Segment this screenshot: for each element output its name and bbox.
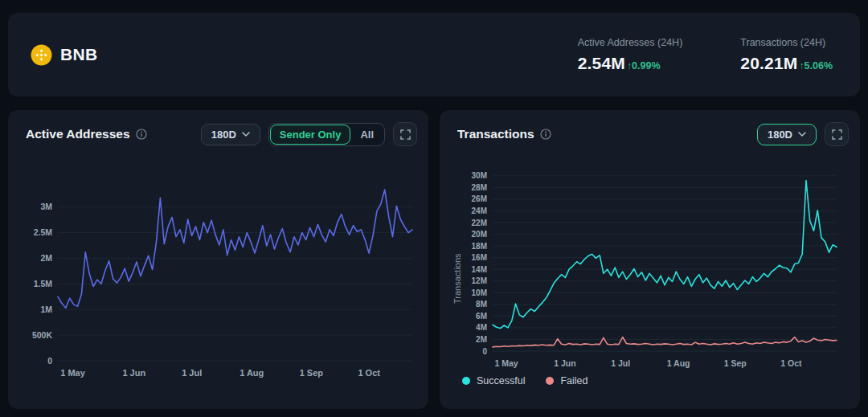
chevron-down-icon — [242, 132, 250, 137]
y-axis-title: Transactions — [451, 165, 464, 372]
svg-text:2.5M: 2.5M — [34, 227, 53, 237]
svg-text:12M: 12M — [472, 276, 487, 285]
svg-text:30M: 30M — [472, 171, 487, 180]
expand-button[interactable] — [825, 122, 849, 146]
transactions-chart[interactable]: 02M4M6M8M10M12M14M16M18M20M22M24M26M28M3… — [464, 165, 845, 372]
info-icon[interactable] — [136, 129, 147, 140]
svg-text:1 Jul: 1 Jul — [611, 358, 630, 368]
svg-text:8M: 8M — [476, 300, 487, 309]
fullscreen-icon — [400, 129, 411, 140]
svg-text:26M: 26M — [472, 194, 487, 203]
svg-text:0: 0 — [47, 356, 52, 366]
svg-text:500K: 500K — [32, 330, 53, 340]
svg-text:1.5M: 1.5M — [34, 279, 53, 288]
svg-text:1 Sep: 1 Sep — [724, 358, 747, 368]
svg-text:22M: 22M — [472, 219, 487, 227]
stat-value: 20.21M — [740, 54, 797, 73]
svg-text:18M: 18M — [472, 242, 487, 251]
svg-text:1 Aug: 1 Aug — [240, 368, 264, 378]
chart-legend: Successful Failed — [451, 375, 849, 386]
range-dropdown-label: 180D — [211, 129, 236, 141]
coin-identity: BNB — [31, 44, 97, 66]
active-addresses-card: Active Addresses 180D Sender Only All — [8, 110, 428, 409]
legend-label: Failed — [560, 375, 588, 386]
stat-label: Active Addresses (24H) — [578, 37, 683, 48]
expand-button[interactable] — [393, 122, 417, 146]
svg-text:1 Jun: 1 Jun — [122, 368, 145, 378]
svg-text:28M: 28M — [472, 183, 487, 192]
svg-text:14M: 14M — [472, 265, 487, 274]
coin-header-card: BNB Active Addresses (24H) 2.54M ↑0.99% … — [8, 13, 860, 96]
coin-name: BNB — [60, 45, 97, 64]
svg-text:2M: 2M — [40, 253, 52, 263]
legend-label: Successful — [477, 375, 525, 386]
svg-text:6M: 6M — [476, 312, 487, 321]
stat-delta: ↑0.99% — [627, 60, 660, 72]
stat-active-addresses: Active Addresses (24H) 2.54M ↑0.99% — [578, 37, 683, 73]
stat-transactions: Transactions (24H) 20.21M ↑5.06% — [740, 37, 833, 73]
stat-value: 2.54M — [578, 54, 625, 73]
svg-text:20M: 20M — [472, 230, 487, 239]
fullscreen-icon — [832, 129, 842, 140]
legend-item-failed[interactable]: Failed — [546, 375, 588, 386]
successful-dot-icon — [462, 377, 470, 385]
svg-text:1 May: 1 May — [60, 368, 85, 378]
svg-text:3M: 3M — [40, 202, 52, 211]
svg-text:4M: 4M — [476, 323, 487, 332]
svg-text:1 Jun: 1 Jun — [554, 358, 575, 368]
stat-delta: ↑5.06% — [800, 60, 833, 72]
active-addresses-title: Active Addresses — [26, 127, 130, 141]
range-dropdown[interactable]: 180D — [757, 124, 817, 145]
dashboard-page: BNB Active Addresses (24H) 2.54M ↑0.99% … — [0, 0, 868, 417]
svg-text:16M: 16M — [472, 253, 487, 262]
active-addresses-chart[interactable]: 0500K1M1.5M2M2.5M3M1 May1 Jun1 Jul1 Aug1… — [19, 178, 417, 382]
transactions-card: Transactions 180D — [440, 110, 860, 409]
svg-text:0: 0 — [482, 347, 487, 356]
svg-text:1 May: 1 May — [495, 358, 518, 368]
range-dropdown-label: 180D — [768, 129, 792, 141]
toggle-sender-only[interactable]: Sender Only — [270, 125, 351, 145]
svg-text:24M: 24M — [472, 206, 487, 215]
svg-text:1 Oct: 1 Oct — [780, 358, 802, 368]
stat-label: Transactions (24H) — [740, 37, 833, 48]
sender-toggle-group: Sender Only All — [268, 123, 385, 146]
chevron-down-icon — [798, 132, 806, 137]
failed-dot-icon — [546, 377, 554, 385]
legend-item-successful[interactable]: Successful — [462, 375, 525, 386]
header-stats: Active Addresses (24H) 2.54M ↑0.99% Tran… — [578, 37, 833, 73]
svg-text:1M: 1M — [40, 305, 52, 314]
svg-text:1 Sep: 1 Sep — [300, 368, 324, 378]
svg-text:1 Jul: 1 Jul — [182, 368, 202, 378]
svg-text:1 Aug: 1 Aug — [667, 358, 690, 368]
info-icon[interactable] — [540, 129, 551, 140]
range-dropdown[interactable]: 180D — [201, 124, 260, 145]
svg-text:10M: 10M — [472, 288, 487, 297]
svg-text:2M: 2M — [476, 335, 487, 344]
toggle-all[interactable]: All — [350, 125, 383, 145]
transactions-title: Transactions — [457, 127, 534, 141]
svg-text:1 Oct: 1 Oct — [358, 368, 380, 378]
bnb-coin-icon — [31, 44, 52, 66]
